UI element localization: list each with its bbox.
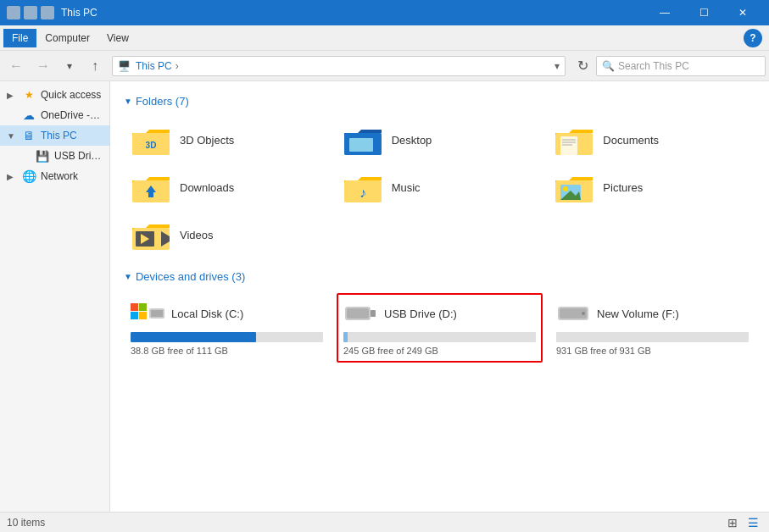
folders-grid: 3D 3D Objects Desktop bbox=[124, 118, 755, 257]
drives-section-header[interactable]: ▼ Devices and drives (3) bbox=[124, 270, 755, 283]
folders-section-header[interactable]: ▼ Folders (7) bbox=[124, 95, 755, 108]
dropdown-button[interactable]: ▾ bbox=[58, 54, 81, 78]
sidebar-item-onedrive[interactable]: ☁ OneDrive - Pe bbox=[0, 105, 109, 125]
up-button[interactable]: ↑ bbox=[83, 54, 107, 78]
breadcrumb-pc-icon: 🖥️ bbox=[118, 60, 131, 72]
forward-button[interactable]: → bbox=[31, 54, 56, 78]
drive-f-info: 931 GB free of 931 GB bbox=[556, 346, 749, 356]
folder-3d-label: 3D Objects bbox=[180, 134, 234, 147]
folder-downloads[interactable]: Downloads bbox=[124, 165, 332, 209]
svg-rect-5 bbox=[349, 138, 373, 152]
menu-view[interactable]: View bbox=[98, 29, 137, 47]
drive-c-header: Local Disk (C:) bbox=[131, 300, 323, 327]
folder-documents-label: Documents bbox=[603, 134, 659, 147]
sidebar: ▶ ★ Quick access ☁ OneDrive - Pe ▼ 🖥 Thi… bbox=[0, 81, 110, 512]
large-icons-view-button[interactable]: ⊞ bbox=[724, 514, 741, 531]
sidebar-item-network[interactable]: ▶ 🌐 Network bbox=[0, 166, 109, 186]
content-area: ▼ Folders (7) 3D 3D Objects bbox=[110, 81, 769, 512]
main-area: ▶ ★ Quick access ☁ OneDrive - Pe ▼ 🖥 Thi… bbox=[0, 81, 769, 512]
star-icon: ★ bbox=[20, 88, 37, 102]
breadcrumb-separator: › bbox=[176, 60, 179, 72]
svg-rect-23 bbox=[131, 303, 138, 311]
refresh-button[interactable]: ↻ bbox=[571, 54, 594, 78]
sidebar-item-usb-drive[interactable]: 💾 USB Drive (D:) bbox=[0, 146, 109, 166]
folder-pictures-label: Pictures bbox=[603, 181, 643, 194]
svg-point-17 bbox=[563, 186, 568, 191]
folder-videos[interactable]: Videos bbox=[124, 213, 332, 257]
drives-grid: Local Disk (C:) 38.8 GB free of 111 GB bbox=[124, 293, 755, 363]
drive-new-volume-f[interactable]: New Volume (F:) 931 GB free of 931 GB bbox=[549, 293, 755, 363]
search-placeholder: Search This PC bbox=[618, 60, 689, 72]
search-bar[interactable]: 🔍 Search This PC bbox=[596, 56, 766, 76]
minimize-button[interactable]: — bbox=[645, 0, 684, 25]
drive-local-disk-c[interactable]: Local Disk (C:) 38.8 GB free of 111 GB bbox=[124, 293, 330, 363]
folder-videos-icon bbox=[131, 218, 171, 252]
breadcrumb-this-pc[interactable]: This PC bbox=[136, 60, 172, 72]
drive-f-name: New Volume (F:) bbox=[597, 308, 679, 320]
network-icon: 🌐 bbox=[20, 169, 37, 183]
title-bar-controls: — ☐ ✕ bbox=[645, 0, 762, 25]
drive-d-bar bbox=[343, 332, 348, 342]
this-pc-expand-icon: ▼ bbox=[7, 131, 20, 141]
sidebar-item-label: This PC bbox=[41, 130, 77, 141]
sidebar-item-this-pc[interactable]: ▼ 🖥 This PC bbox=[0, 125, 109, 146]
sidebar-item-label: USB Drive (D:) bbox=[54, 150, 103, 162]
menu-computer[interactable]: Computer bbox=[36, 29, 98, 47]
quick-access-expand-icon: ▶ bbox=[7, 91, 20, 100]
network-expand-icon: ▶ bbox=[7, 172, 20, 181]
drive-f-bar-container bbox=[556, 332, 749, 342]
folders-chevron-icon: ▼ bbox=[124, 97, 132, 106]
folder-downloads-icon bbox=[131, 170, 171, 204]
title-bar-icons bbox=[7, 6, 54, 19]
usb-drive-icon: 💾 bbox=[34, 149, 51, 163]
help-button[interactable]: ? bbox=[744, 29, 762, 47]
sidebar-item-quick-access[interactable]: ▶ ★ Quick access bbox=[0, 85, 109, 105]
folders-section-label: Folders (7) bbox=[136, 95, 189, 108]
address-bar[interactable]: 🖥️ This PC › ▾ bbox=[112, 56, 566, 76]
sidebar-item-label: Network bbox=[41, 170, 78, 182]
folder-3d-objects[interactable]: 3D 3D Objects bbox=[124, 118, 332, 162]
back-button[interactable]: ← bbox=[3, 54, 29, 78]
title-bar-icon-3 bbox=[41, 6, 54, 19]
drives-section-label: Devices and drives (3) bbox=[136, 270, 245, 283]
folder-documents[interactable]: Documents bbox=[547, 118, 755, 162]
title-bar-icon-2 bbox=[24, 6, 37, 19]
menu-file[interactable]: File bbox=[3, 29, 36, 47]
pc-icon: 🖥 bbox=[20, 129, 37, 142]
close-button[interactable]: ✕ bbox=[723, 0, 762, 25]
svg-rect-31 bbox=[371, 310, 376, 317]
breadcrumb-dropdown[interactable]: ▾ bbox=[554, 60, 560, 72]
usb-d-icon bbox=[343, 300, 377, 327]
drive-c-info: 38.8 GB free of 111 GB bbox=[131, 346, 323, 356]
svg-point-34 bbox=[582, 312, 585, 315]
drives-chevron-icon: ▼ bbox=[124, 272, 132, 281]
folder-downloads-label: Downloads bbox=[180, 181, 234, 194]
status-bar: 10 items ⊞ ☰ bbox=[0, 512, 769, 532]
drive-d-bar-container bbox=[343, 332, 536, 342]
maximize-button[interactable]: ☐ bbox=[684, 0, 723, 25]
drive-usb-d[interactable]: USB Drive (D:) 245 GB free of 249 GB bbox=[337, 293, 543, 363]
title-bar-icon-1 bbox=[7, 6, 20, 19]
svg-rect-24 bbox=[139, 303, 147, 311]
status-bar-right: ⊞ ☰ bbox=[724, 514, 762, 531]
folder-3d-icon: 3D bbox=[131, 123, 171, 157]
folder-music[interactable]: ♪ Music bbox=[336, 165, 544, 209]
drive-d-name: USB Drive (D:) bbox=[384, 308, 457, 320]
title-bar: This PC — ☐ ✕ bbox=[0, 0, 769, 25]
list-view-button[interactable]: ☰ bbox=[744, 514, 762, 531]
folder-documents-icon bbox=[554, 123, 594, 157]
folder-desktop[interactable]: Desktop bbox=[336, 118, 544, 162]
cloud-icon: ☁ bbox=[20, 108, 37, 122]
folder-music-label: Music bbox=[392, 181, 421, 194]
svg-rect-25 bbox=[131, 312, 138, 319]
search-icon: 🔍 bbox=[602, 60, 615, 72]
sidebar-item-label: Quick access bbox=[41, 89, 101, 101]
drive-c-bar-container bbox=[131, 332, 323, 342]
toolbar: ← → ▾ ↑ 🖥️ This PC › ▾ ↻ 🔍 Search This P… bbox=[0, 51, 769, 81]
svg-rect-28 bbox=[151, 310, 163, 317]
folder-pictures[interactable]: Pictures bbox=[547, 165, 755, 209]
drive-d-header: USB Drive (D:) bbox=[343, 300, 536, 327]
drive-f-header: New Volume (F:) bbox=[556, 300, 749, 327]
svg-rect-30 bbox=[347, 308, 369, 319]
window-title: This PC bbox=[61, 7, 645, 19]
